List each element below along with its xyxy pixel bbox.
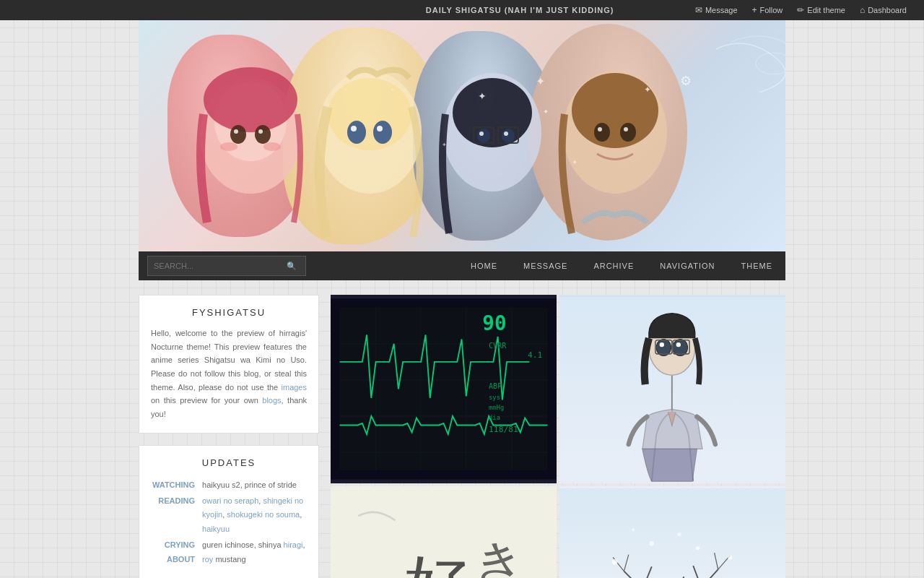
svg-point-27 bbox=[620, 123, 636, 142]
svg-text:き: き bbox=[474, 535, 526, 578]
sketch-girl-svg bbox=[559, 295, 785, 483]
svg-text:90: 90 bbox=[482, 311, 506, 335]
svg-point-26 bbox=[594, 123, 610, 142]
svg-point-96 bbox=[650, 541, 654, 545]
svg-point-4 bbox=[255, 125, 271, 144]
cherry-svg bbox=[559, 486, 785, 578]
updates-title: UPDATES bbox=[151, 457, 307, 468]
page-wrapper: ✦ ✦ ✦ ✦ ✦ * ✦ ⚙ � bbox=[0, 0, 924, 578]
reading-row: READING owari no seraph, shingeki no kyo… bbox=[152, 494, 305, 537]
dashboard-action[interactable]: ⌂ Dashboard bbox=[854, 4, 912, 17]
nav-theme[interactable]: THEME bbox=[728, 251, 786, 280]
svg-rect-72 bbox=[559, 488, 785, 578]
search-icon: 🔍 bbox=[287, 262, 297, 271]
svg-point-97 bbox=[696, 546, 699, 550]
content-area: FYSHIGATSU Hello, welcome to the preview… bbox=[139, 280, 785, 578]
svg-point-10 bbox=[328, 78, 411, 150]
watching-label: WATCHING bbox=[152, 478, 201, 493]
haikyuu-link[interactable]: haikyuu bbox=[202, 525, 230, 533]
ecg-svg: 90 CVRR 4.1 ABP sys mmHg dia 118/81 bbox=[331, 295, 557, 483]
svg-text:✦: ✦ bbox=[442, 142, 447, 148]
svg-point-29 bbox=[624, 127, 628, 131]
svg-point-62 bbox=[660, 342, 664, 347]
reading-label: READING bbox=[152, 494, 201, 537]
svg-text:*: * bbox=[391, 87, 393, 94]
svg-point-11 bbox=[347, 121, 366, 144]
top-bar-actions: ✉ Message + Follow ✏ Edit theme ⌂ Dashbo… bbox=[689, 4, 912, 17]
svg-point-102 bbox=[632, 528, 635, 531]
updates-table: WATCHING haikyuu s2, prince of stride RE… bbox=[151, 477, 307, 569]
nav-archive[interactable]: ARCHIVE bbox=[580, 251, 647, 280]
svg-point-2 bbox=[204, 67, 297, 132]
post-cherry[interactable] bbox=[559, 486, 785, 578]
svg-text:CVRR: CVRR bbox=[489, 342, 507, 350]
crying-label: CRYINGABOUT bbox=[152, 538, 201, 567]
svg-text:ABP: ABP bbox=[489, 382, 502, 390]
svg-point-63 bbox=[676, 342, 681, 347]
svg-point-23 bbox=[504, 131, 508, 136]
sidebar: FYSHIGATSU Hello, welcome to the preview… bbox=[139, 295, 319, 578]
nav-message[interactable]: MESSAGE bbox=[510, 251, 580, 280]
blog-container: ✦ ✦ ✦ ✦ ✦ * ✦ ⚙ � bbox=[139, 20, 785, 578]
svg-text:✦: ✦ bbox=[543, 108, 549, 116]
post-japanese[interactable]: 好 き で す bbox=[331, 486, 557, 578]
svg-point-21 bbox=[502, 129, 515, 143]
watching-row: WATCHING haikyuu s2, prince of stride bbox=[152, 478, 305, 493]
roy-link[interactable]: roy bbox=[202, 555, 213, 564]
intro-text: Hello, welcome to the preview of hirragi… bbox=[151, 327, 307, 421]
svg-point-16 bbox=[453, 78, 532, 147]
hiragi-link[interactable]: hiragi bbox=[284, 540, 303, 549]
posts-grid: 90 CVRR 4.1 ABP sys mmHg dia 118/81 bbox=[331, 295, 785, 578]
svg-point-13 bbox=[351, 126, 357, 131]
svg-text:⚙: ⚙ bbox=[680, 74, 692, 88]
svg-point-101 bbox=[678, 532, 681, 536]
svg-point-22 bbox=[479, 131, 484, 136]
updates-card: UPDATES WATCHING haikyuu s2, prince of s… bbox=[139, 445, 319, 578]
svg-point-98 bbox=[728, 555, 732, 559]
blogs-link[interactable]: blogs bbox=[262, 396, 281, 405]
japanese-svg: 好 き で す bbox=[331, 486, 557, 578]
follow-action[interactable]: + Follow bbox=[746, 4, 789, 17]
svg-point-3 bbox=[230, 125, 246, 144]
shokugeki-link[interactable]: shokugeki no souma bbox=[227, 510, 300, 519]
header-illustration: ✦ ✦ ✦ ✦ ✦ * ✦ ⚙ bbox=[139, 20, 785, 251]
message-icon: ✉ bbox=[695, 5, 702, 15]
home-icon: ⌂ bbox=[860, 5, 865, 15]
nav-home[interactable]: HOME bbox=[458, 251, 510, 280]
blog-header: ✦ ✦ ✦ ✦ ✦ * ✦ ⚙ bbox=[139, 20, 785, 251]
svg-text:118/81: 118/81 bbox=[489, 426, 518, 435]
svg-text:✦: ✦ bbox=[536, 75, 545, 87]
edit-icon: ✏ bbox=[797, 5, 804, 15]
plus-icon: + bbox=[752, 5, 757, 15]
crying-row: CRYINGABOUT guren ichinose, shinya hirag… bbox=[152, 538, 305, 567]
svg-point-6 bbox=[258, 129, 263, 134]
svg-point-20 bbox=[477, 129, 490, 143]
message-action[interactable]: ✉ Message bbox=[689, 4, 744, 17]
post-ecg[interactable]: 90 CVRR 4.1 ABP sys mmHg dia 118/81 bbox=[331, 295, 557, 483]
svg-point-28 bbox=[598, 127, 602, 131]
svg-point-95 bbox=[612, 559, 618, 565]
svg-point-12 bbox=[373, 121, 392, 144]
svg-point-61 bbox=[673, 339, 687, 355]
svg-text:4.1: 4.1 bbox=[528, 350, 543, 360]
images-link[interactable]: images bbox=[282, 383, 307, 392]
edit-theme-action[interactable]: ✏ Edit theme bbox=[791, 4, 851, 17]
svg-point-60 bbox=[656, 339, 671, 355]
svg-point-5 bbox=[234, 129, 238, 134]
nav-navigation[interactable]: NAVIGATION bbox=[647, 251, 728, 280]
owari-link[interactable]: owari no seraph bbox=[202, 496, 258, 505]
svg-text:好: 好 bbox=[404, 549, 471, 578]
watching-value: haikyuu s2, prince of stride bbox=[202, 478, 305, 493]
blog-title: DAILY SHIGATSU (NAH I'M JUST KIDDING) bbox=[350, 6, 689, 14]
svg-text:✦: ✦ bbox=[478, 90, 487, 102]
svg-text:✦: ✦ bbox=[572, 158, 578, 166]
blog-name: FYSHIGATSU bbox=[151, 307, 307, 318]
svg-text:✦: ✦ bbox=[644, 85, 651, 95]
svg-point-8 bbox=[263, 142, 281, 151]
search-input[interactable] bbox=[154, 262, 284, 270]
svg-text:mmHg: mmHg bbox=[489, 404, 504, 411]
search-form[interactable]: 🔍 bbox=[147, 256, 306, 276]
post-sketch-girl[interactable] bbox=[559, 295, 785, 483]
crying-value: guren ichinose, shinya hiragi, roy musta… bbox=[202, 538, 305, 567]
blog-nav: 🔍 HOME MESSAGE ARCHIVE NAVIGATION THEME bbox=[139, 251, 785, 280]
